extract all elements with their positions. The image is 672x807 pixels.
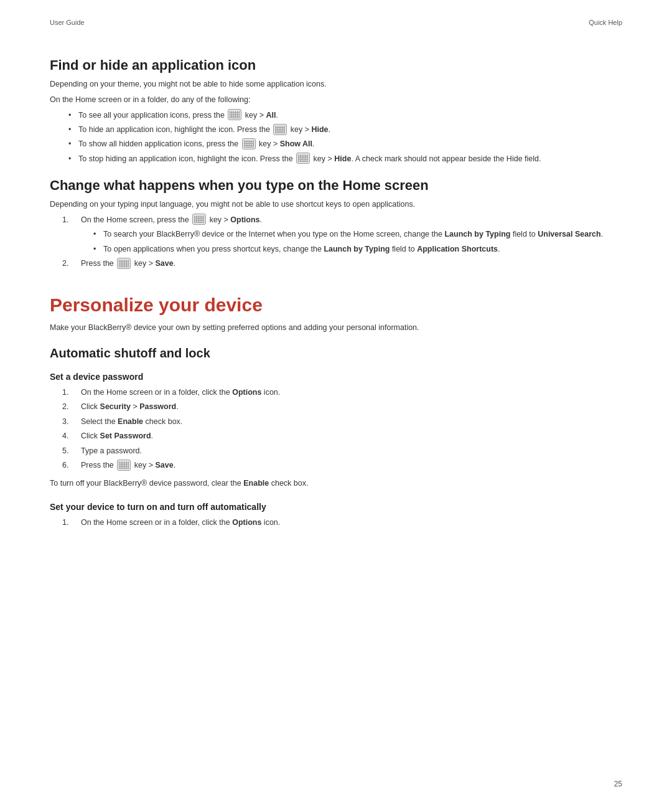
bold-security: Security	[100, 402, 131, 411]
password-step-6: 6. Press the key > Save.	[50, 460, 622, 471]
bold-password: Password	[139, 402, 176, 411]
sub-bullet-2: To open applications when you press shor…	[93, 243, 622, 255]
bold-universal-search: Universal Search	[538, 230, 600, 238]
key-icon-5	[192, 214, 206, 225]
pw-step-num-6: 6.	[62, 460, 68, 471]
section-title-find-hide: Find or hide an application icon	[50, 57, 622, 73]
step-num-2: 2.	[62, 258, 68, 270]
bold-launch-typing-1: Launch by Typing	[444, 230, 510, 238]
bold-app-shortcuts: Application Shortcuts	[417, 245, 498, 253]
bullet-item-3: To show all hidden application icons, pr…	[68, 138, 622, 150]
password-step-5: 5. Type a password.	[50, 445, 622, 457]
password-note: To turn off your BlackBerry® device pass…	[50, 478, 622, 489]
password-step-3: 3. Select the Enable check box.	[50, 416, 622, 428]
pw-step-num-3: 3.	[62, 416, 68, 428]
section-personalize: Personalize your device Make your BlackB…	[50, 295, 622, 334]
header-left: User Guide	[50, 19, 85, 26]
bold-save-2: Save	[155, 461, 173, 470]
bullet-item-4: To stop hiding an application icon, high…	[68, 153, 622, 165]
find-hide-intro-1: Depending on your theme, you might not b…	[50, 78, 622, 90]
set-password-title: Set a device password	[50, 372, 622, 382]
bold-set-password: Set Password	[100, 432, 151, 440]
set-password-steps: 1. On the Home screen or in a folder, cl…	[50, 387, 622, 471]
pw-step-num-2: 2.	[62, 401, 68, 413]
bold-options-2: Options	[232, 388, 261, 397]
password-step-2: 2. Click Security > Password.	[50, 401, 622, 413]
bold-hide-1: Hide	[311, 125, 328, 134]
bold-enable-2: Enable	[243, 479, 269, 488]
bold-show-all: Show All	[280, 139, 312, 148]
find-hide-bullet-list: To see all your application icons, press…	[50, 110, 622, 166]
page-container: User Guide Quick Help Find or hide an ap…	[0, 0, 672, 807]
auto-turn-step-1: 1. On the Home screen or in a folder, cl…	[50, 517, 622, 529]
header-right: Quick Help	[589, 19, 622, 26]
pw-step-num-4: 4.	[62, 430, 68, 442]
password-step-4: 4. Click Set Password.	[50, 430, 622, 442]
section-find-hide-icon: Find or hide an application icon Dependi…	[50, 57, 622, 165]
step-1: 1. On the Home screen, press the key > O…	[50, 214, 622, 255]
change-home-intro: Depending on your typing input language,…	[50, 199, 622, 210]
section-title-change-home: Change what happens when you type on the…	[50, 177, 622, 194]
personalize-title: Personalize your device	[50, 295, 622, 316]
key-icon-1	[228, 109, 241, 120]
bold-hide-2: Hide	[334, 154, 351, 163]
password-step-1: 1. On the Home screen or in a folder, cl…	[50, 387, 622, 399]
bullet-item-2: To hide an application icon, highlight t…	[68, 124, 622, 136]
auto-shutoff-title: Automatic shutoff and lock	[50, 346, 622, 361]
subsection-auto-turn: Set your device to turn on and turn off …	[50, 502, 622, 529]
key-icon-3	[242, 138, 256, 149]
auto-step-num-1: 1.	[62, 517, 68, 529]
bold-save-1: Save	[155, 259, 173, 268]
section-change-home-screen: Change what happens when you type on the…	[50, 177, 622, 270]
step-1-sub-bullets: To search your BlackBerry® device or the…	[81, 229, 622, 255]
change-home-steps: 1. On the Home screen, press the key > O…	[50, 214, 622, 270]
pw-step-num-1: 1.	[62, 387, 68, 399]
find-hide-intro-2: On the Home screen or in a folder, do an…	[50, 94, 622, 106]
section-auto-shutoff: Automatic shutoff and lock Set a device …	[50, 346, 622, 529]
key-icon-6	[117, 258, 131, 269]
pw-step-num-5: 5.	[62, 445, 68, 457]
step-2: 2. Press the key > Save.	[50, 258, 622, 270]
key-icon-2	[273, 124, 287, 135]
page-header: User Guide Quick Help	[50, 19, 622, 26]
bold-options: Options	[230, 215, 259, 224]
personalize-intro: Make your BlackBerry® device your own by…	[50, 322, 622, 334]
bold-launch-typing-2: Launch by Typing	[324, 245, 390, 253]
auto-turn-steps: 1. On the Home screen or in a folder, cl…	[50, 517, 622, 529]
auto-turn-title: Set your device to turn on and turn off …	[50, 502, 622, 512]
key-icon-4	[296, 153, 310, 164]
subsection-set-password: Set a device password 1. On the Home scr…	[50, 372, 622, 489]
sub-bullet-1: To search your BlackBerry® device or the…	[93, 229, 622, 240]
bold-enable: Enable	[118, 417, 143, 426]
step-num-1: 1.	[62, 214, 68, 226]
page-number: 25	[614, 780, 622, 788]
bold-options-3: Options	[232, 518, 261, 527]
bullet-item-1: To see all your application icons, press…	[68, 110, 622, 121]
key-icon-7	[117, 460, 131, 471]
bold-all: All	[266, 111, 276, 120]
